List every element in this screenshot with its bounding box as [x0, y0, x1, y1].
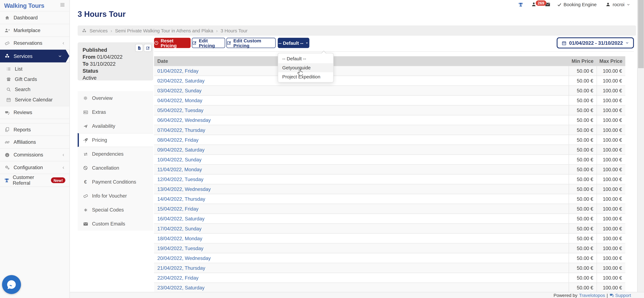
date-link[interactable]: 10/04/2022, Sunday [157, 157, 202, 162]
tab-pricing[interactable]: Pricing [78, 133, 153, 147]
sidebar-item-reviews[interactable]: Reviews [0, 106, 70, 119]
sidebar-item-search[interactable]: Search [0, 84, 70, 94]
sidebar-item-label: Gift Cards [15, 76, 37, 82]
date-link[interactable]: 17/04/2022, Sunday [157, 226, 202, 231]
notifications-cluster: 269 [532, 1, 550, 7]
tab-custom-emails[interactable]: Custom Emails [78, 217, 153, 231]
tab-overview[interactable]: Overview [78, 91, 153, 105]
min-price-cell: 50.00 € [568, 135, 596, 145]
max-price-cell: 100.00 € [596, 184, 625, 194]
sidebar-item-commissions[interactable]: Commissions [0, 149, 70, 161]
support-link[interactable]: Support [610, 293, 631, 298]
date-range-button[interactable]: 01/04/2022 - 31/10/2022 [557, 37, 634, 48]
sidebar-item-reservations[interactable]: Reservations [0, 37, 70, 50]
date-link[interactable]: 21/04/2022, Thursday [157, 265, 205, 271]
date-link[interactable]: 16/04/2022, Saturday [157, 216, 204, 222]
edit-icon [192, 41, 197, 45]
date-link[interactable]: 18/04/2022, Monday [157, 236, 202, 241]
min-price-cell: 50.00 € [568, 155, 596, 164]
table-row: 08/04/2022, Friday 50.00 € 100.00 € [154, 135, 625, 145]
notification-count-badge[interactable]: 269 [536, 0, 546, 5]
channel-dropdown-menu: -- Default --GetyourguideProject Expedit… [278, 53, 334, 82]
tab-info-for-voucher[interactable]: Info for Voucher [78, 189, 153, 203]
table-row: 22/04/2022, Friday 50.00 € 100.00 € [154, 273, 625, 283]
sidebar-brand-row: Walking Tours [0, 0, 70, 11]
date-cell: 03/04/2022, Sunday [154, 86, 568, 95]
dropdown-option[interactable]: Getyourguide [278, 63, 333, 72]
sidebar-item-dashboard[interactable]: Dashboard [0, 11, 70, 24]
date-link[interactable]: 20/04/2022, Wednesday [157, 255, 211, 261]
tab-payment-conditions[interactable]: € Payment Conditions [78, 175, 153, 189]
date-link[interactable]: 07/04/2022, Thursday [157, 127, 205, 133]
ticket-icon [4, 40, 10, 46]
date-link[interactable]: 19/04/2022, Tuesday [157, 245, 204, 251]
tab-availability[interactable]: Availability [78, 119, 153, 133]
table-row: 12/04/2022, Tuesday 50.00 € 100.00 € [154, 175, 625, 184]
date-link[interactable]: 09/04/2022, Saturday [157, 147, 204, 152]
date-link[interactable]: 11/04/2022, Monday [157, 166, 202, 172]
min-price-cell: 50.00 € [568, 253, 596, 263]
link-icon [4, 139, 10, 145]
breadcrumb-service[interactable]: Semi Private Walking Tour in Athens and … [115, 28, 213, 33]
ban-icon [82, 166, 88, 170]
date-link[interactable]: 15/04/2022, Friday [157, 206, 198, 212]
sidebar-item-service-calendar[interactable]: Service Calendar [0, 94, 70, 105]
breadcrumb-services[interactable]: Services [90, 28, 108, 33]
sidebar-item-affiliations[interactable]: Affiliations [0, 136, 70, 149]
scrollbar-thumb[interactable] [638, 0, 644, 68]
dropdown-option[interactable]: Project Expedition [278, 72, 333, 81]
date-link[interactable]: 12/04/2022, Tuesday [157, 176, 204, 182]
tab-special-codes[interactable]: Special Codes [78, 203, 153, 217]
edit-pricing-button[interactable]: Edit Pricing [192, 38, 225, 48]
edit-service-button[interactable] [144, 44, 151, 51]
tab-label: Custom Emails [92, 221, 125, 227]
sidebar-item-label: Services [14, 53, 32, 59]
view-details-button[interactable] [136, 44, 142, 51]
dropdown-option[interactable]: -- Default -- [278, 54, 333, 63]
date-cell: 16/04/2022, Saturday [154, 214, 568, 223]
sidebar-item-marketplace[interactable]: Marketplace [0, 24, 70, 37]
chevron-left-icon [62, 153, 65, 157]
brand-logo[interactable]: Walking Tours [4, 2, 44, 9]
date-link[interactable]: 01/04/2022, Friday [157, 68, 198, 74]
date-link[interactable]: 06/04/2022, Wednesday [157, 117, 211, 123]
date-link[interactable]: 02/04/2022, Saturday [157, 78, 204, 83]
edit-custom-pricing-label: Edit Custom Pricing [234, 38, 275, 48]
date-link[interactable]: 05/04/2022, Tuesday [157, 107, 204, 113]
sidebar-item-reports[interactable]: Reports [0, 123, 70, 136]
chevron-left-icon [62, 41, 65, 45]
referral-trophy-button[interactable] [518, 2, 523, 7]
booking-engine-button[interactable]: Booking Engine [557, 2, 597, 7]
copy-icon [4, 127, 10, 132]
sidebar-item-list[interactable]: List [0, 64, 70, 74]
travelotopos-link[interactable]: Travelotopos [579, 293, 605, 298]
reset-pricing-button[interactable]: Reset Pricing [154, 38, 190, 48]
edit-custom-pricing-button[interactable]: Edit Custom Pricing [226, 38, 276, 48]
sidebar-item-gift-cards[interactable]: Gift Cards [0, 74, 70, 84]
date-link[interactable]: 23/04/2022, Saturday [157, 285, 204, 291]
tab-label: Availability [92, 123, 115, 129]
sidebar-item-configuration[interactable]: Configuration [0, 161, 70, 174]
date-link[interactable]: 22/04/2022, Friday [157, 275, 198, 281]
tab-dependencies[interactable]: Dependencies [78, 147, 153, 161]
tab-extras[interactable]: Extras [78, 105, 153, 119]
user-menu[interactable]: rocroi [606, 2, 630, 7]
date-link[interactable]: 08/04/2022, Friday [157, 137, 198, 143]
date-link[interactable]: 04/04/2022, Monday [157, 98, 202, 103]
sidebar-item-services[interactable]: Services [0, 50, 70, 62]
channel-select-button[interactable]: -- Default -- [278, 38, 309, 48]
hamburger-menu-icon[interactable] [60, 2, 65, 9]
sidebar-item-label: Configuration [14, 165, 43, 170]
chat-widget-button[interactable] [2, 275, 21, 294]
table-row: 03/04/2022, Sunday 50.00 € 100.00 € [154, 86, 625, 96]
sidebar-item-customer-referral[interactable]: Customer Referral New! [0, 174, 70, 187]
date-link[interactable]: 03/04/2022, Sunday [157, 88, 202, 93]
date-link[interactable]: 14/04/2022, Thursday [157, 196, 205, 202]
table-row: 20/04/2022, Wednesday 50.00 € 100.00 € [154, 253, 625, 263]
min-price-cell: 50.00 € [568, 204, 596, 214]
date-link[interactable]: 13/04/2022, Wednesday [157, 186, 211, 192]
support-label: Support [615, 293, 631, 298]
tab-label: Cancellation [92, 165, 119, 171]
edit-pricing-label: Edit Pricing [199, 38, 225, 48]
tab-cancellation[interactable]: Cancellation [78, 161, 153, 175]
